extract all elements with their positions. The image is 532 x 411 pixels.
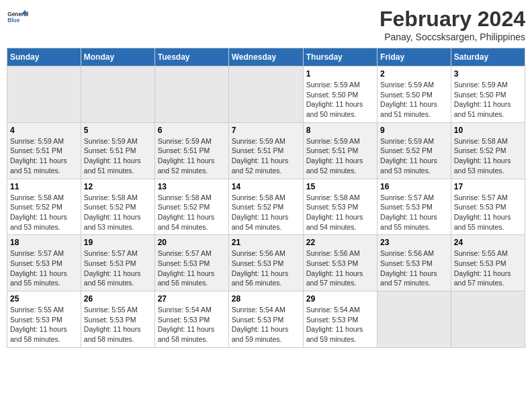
- header-sunday: Sunday: [7, 48, 81, 66]
- day-info: Sunrise: 5:57 AMSunset: 5:53 PMDaylight:…: [454, 193, 522, 232]
- day-info: Sunrise: 5:57 AMSunset: 5:53 PMDaylight:…: [10, 248, 78, 288]
- day-number: 10: [454, 126, 522, 135]
- day-number: 14: [232, 182, 300, 191]
- day-number: 13: [158, 182, 226, 191]
- day-number: 18: [10, 238, 78, 247]
- day-info: Sunrise: 5:54 AMSunset: 5:53 PMDaylight:…: [232, 305, 300, 345]
- day-number: 3: [454, 69, 522, 79]
- header-thursday: Thursday: [303, 48, 377, 66]
- day-info: Sunrise: 5:54 AMSunset: 5:53 PMDaylight:…: [158, 305, 226, 345]
- calendar-cell: 27Sunrise: 5:54 AMSunset: 5:53 PMDayligh…: [154, 291, 228, 348]
- calendar-cell: 2Sunrise: 5:59 AMSunset: 5:50 PMDaylight…: [378, 66, 451, 123]
- header-friday: Friday: [378, 48, 451, 66]
- day-info: Sunrise: 5:59 AMSunset: 5:51 PMDaylight:…: [158, 136, 226, 176]
- calendar-cell: 14Sunrise: 5:58 AMSunset: 5:52 PMDayligh…: [228, 179, 303, 235]
- calendar-cell: 24Sunrise: 5:55 AMSunset: 5:53 PMDayligh…: [451, 235, 525, 291]
- calendar-cell: 29Sunrise: 5:54 AMSunset: 5:53 PMDayligh…: [303, 291, 377, 348]
- day-number: 24: [454, 238, 522, 247]
- calendar-cell: 16Sunrise: 5:57 AMSunset: 5:53 PMDayligh…: [378, 179, 451, 235]
- day-info: Sunrise: 5:57 AMSunset: 5:53 PMDaylight:…: [158, 248, 226, 288]
- header-saturday: Saturday: [451, 48, 525, 66]
- day-number: 19: [84, 238, 152, 247]
- logo-icon: General Blue: [7, 7, 28, 28]
- calendar-cell: 4Sunrise: 5:59 AMSunset: 5:51 PMDaylight…: [7, 122, 81, 179]
- calendar-cell: 18Sunrise: 5:57 AMSunset: 5:53 PMDayligh…: [7, 235, 81, 291]
- day-number: 29: [306, 294, 374, 304]
- calendar-cell: 25Sunrise: 5:55 AMSunset: 5:53 PMDayligh…: [7, 291, 81, 348]
- calendar-cell: 12Sunrise: 5:58 AMSunset: 5:52 PMDayligh…: [81, 179, 154, 235]
- day-number: 8: [306, 126, 374, 135]
- day-number: 16: [380, 182, 448, 191]
- day-info: Sunrise: 5:58 AMSunset: 5:52 PMDaylight:…: [10, 193, 78, 232]
- calendar-cell: 7Sunrise: 5:59 AMSunset: 5:51 PMDaylight…: [228, 122, 303, 179]
- calendar-cell: [154, 66, 228, 123]
- day-info: Sunrise: 5:55 AMSunset: 5:53 PMDaylight:…: [10, 305, 78, 345]
- day-info: Sunrise: 5:56 AMSunset: 5:53 PMDaylight:…: [232, 248, 300, 288]
- calendar-cell: 13Sunrise: 5:58 AMSunset: 5:52 PMDayligh…: [154, 179, 228, 235]
- day-number: 4: [10, 126, 78, 135]
- calendar-cell: 15Sunrise: 5:58 AMSunset: 5:53 PMDayligh…: [303, 179, 377, 235]
- day-info: Sunrise: 5:59 AMSunset: 5:50 PMDaylight:…: [454, 80, 522, 120]
- page-header: General Blue February 2024 Panay, Soccsk…: [7, 7, 525, 42]
- day-info: Sunrise: 5:56 AMSunset: 5:53 PMDaylight:…: [306, 248, 374, 288]
- calendar-cell: 17Sunrise: 5:57 AMSunset: 5:53 PMDayligh…: [451, 179, 525, 235]
- title-block: February 2024 Panay, Soccsksargen, Phili…: [380, 7, 525, 42]
- day-info: Sunrise: 5:59 AMSunset: 5:51 PMDaylight:…: [306, 136, 374, 176]
- header-wednesday: Wednesday: [228, 48, 303, 66]
- calendar-cell: 20Sunrise: 5:57 AMSunset: 5:53 PMDayligh…: [154, 235, 228, 291]
- day-number: 23: [380, 238, 448, 247]
- calendar-cell: 10Sunrise: 5:58 AMSunset: 5:52 PMDayligh…: [451, 122, 525, 179]
- day-number: 22: [306, 238, 374, 247]
- main-title: February 2024: [380, 7, 525, 32]
- calendar-cell: 28Sunrise: 5:54 AMSunset: 5:53 PMDayligh…: [228, 291, 303, 348]
- calendar-cell: 19Sunrise: 5:57 AMSunset: 5:53 PMDayligh…: [81, 235, 154, 291]
- day-info: Sunrise: 5:58 AMSunset: 5:52 PMDaylight:…: [454, 136, 522, 176]
- calendar-cell: [378, 291, 451, 348]
- day-info: Sunrise: 5:58 AMSunset: 5:52 PMDaylight:…: [232, 193, 300, 232]
- logo: General Blue: [7, 7, 28, 28]
- day-info: Sunrise: 5:59 AMSunset: 5:51 PMDaylight:…: [84, 136, 152, 176]
- day-number: 27: [158, 294, 226, 304]
- calendar-table: SundayMondayTuesdayWednesdayThursdayFrid…: [7, 48, 525, 348]
- calendar-cell: [228, 66, 303, 123]
- day-info: Sunrise: 5:58 AMSunset: 5:53 PMDaylight:…: [306, 193, 374, 232]
- day-number: 2: [380, 69, 448, 79]
- day-number: 1: [306, 69, 374, 79]
- day-number: 11: [10, 182, 78, 191]
- calendar-cell: 8Sunrise: 5:59 AMSunset: 5:51 PMDaylight…: [303, 122, 377, 179]
- day-number: 5: [84, 126, 152, 135]
- calendar-cell: 1Sunrise: 5:59 AMSunset: 5:50 PMDaylight…: [303, 66, 377, 123]
- calendar-week-1: 1Sunrise: 5:59 AMSunset: 5:50 PMDaylight…: [7, 66, 525, 123]
- day-number: 21: [232, 238, 300, 247]
- calendar-cell: [451, 291, 525, 348]
- calendar-cell: 26Sunrise: 5:55 AMSunset: 5:53 PMDayligh…: [81, 291, 154, 348]
- day-number: 6: [158, 126, 226, 135]
- day-number: 9: [380, 126, 448, 135]
- day-info: Sunrise: 5:59 AMSunset: 5:51 PMDaylight:…: [232, 136, 300, 176]
- day-info: Sunrise: 5:58 AMSunset: 5:52 PMDaylight:…: [158, 193, 226, 232]
- day-info: Sunrise: 5:59 AMSunset: 5:50 PMDaylight:…: [306, 80, 374, 120]
- day-number: 26: [84, 294, 152, 304]
- calendar-header-row: SundayMondayTuesdayWednesdayThursdayFrid…: [7, 48, 525, 66]
- calendar-week-5: 25Sunrise: 5:55 AMSunset: 5:53 PMDayligh…: [7, 291, 525, 348]
- calendar-cell: [81, 66, 154, 123]
- day-info: Sunrise: 5:57 AMSunset: 5:53 PMDaylight:…: [84, 248, 152, 288]
- calendar-cell: 3Sunrise: 5:59 AMSunset: 5:50 PMDaylight…: [451, 66, 525, 123]
- subtitle: Panay, Soccsksargen, Philippines: [380, 32, 525, 42]
- header-tuesday: Tuesday: [154, 48, 228, 66]
- day-info: Sunrise: 5:59 AMSunset: 5:51 PMDaylight:…: [10, 136, 78, 176]
- calendar-cell: [7, 66, 81, 123]
- day-number: 25: [10, 294, 78, 304]
- day-number: 7: [232, 126, 300, 135]
- day-number: 17: [454, 182, 522, 191]
- day-number: 12: [84, 182, 152, 191]
- calendar-cell: 6Sunrise: 5:59 AMSunset: 5:51 PMDaylight…: [154, 122, 228, 179]
- day-info: Sunrise: 5:58 AMSunset: 5:52 PMDaylight:…: [84, 193, 152, 232]
- day-info: Sunrise: 5:59 AMSunset: 5:52 PMDaylight:…: [380, 136, 448, 176]
- day-number: 28: [232, 294, 300, 304]
- day-info: Sunrise: 5:54 AMSunset: 5:53 PMDaylight:…: [306, 305, 374, 345]
- svg-text:Blue: Blue: [7, 17, 19, 24]
- calendar-week-2: 4Sunrise: 5:59 AMSunset: 5:51 PMDaylight…: [7, 122, 525, 179]
- calendar-week-4: 18Sunrise: 5:57 AMSunset: 5:53 PMDayligh…: [7, 235, 525, 291]
- day-number: 20: [158, 238, 226, 247]
